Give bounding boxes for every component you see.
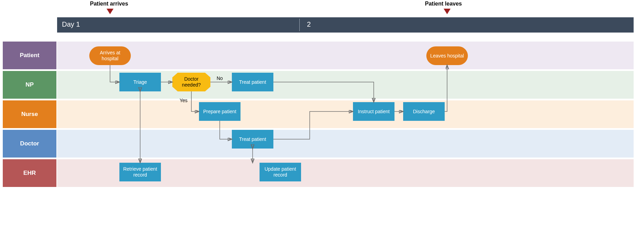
node-retrieve-patient-record[interactable]: Retrieve patient record (119, 163, 161, 181)
lane-label-doctor: Doctor (3, 130, 56, 158)
edge-label-yes: Yes (180, 98, 188, 103)
node-instruct-patient[interactable]: Instruct patient (353, 102, 394, 121)
timeline-segment-day1: Day 1 (57, 17, 85, 33)
timeline-marker-label-leaves: Patient leaves (425, 1, 462, 7)
timeline-bar: Day 1 2 (57, 17, 634, 33)
node-treat-patient-np[interactable]: Treat patient (232, 73, 273, 91)
lane-band-nurse (57, 100, 634, 128)
timeline-segment-day2: 2 (302, 17, 316, 33)
node-arrives-at-hospital[interactable]: Arrives at hospital (89, 46, 131, 65)
lane-label-nurse: Nurse (3, 100, 56, 128)
timeline-marker-label-arrives: Patient arrives (90, 1, 128, 7)
lane-band-doctor (57, 130, 634, 158)
timeline-marker-icon (444, 9, 451, 14)
lane-label-np: NP (3, 71, 56, 99)
timeline-marker-icon (107, 9, 114, 14)
edge-label-no: No (217, 75, 223, 81)
node-doctor-needed-decision[interactable]: Doctor needed? (172, 73, 210, 91)
lane-label-ehr: EHR (3, 159, 56, 187)
node-update-patient-record[interactable]: Update patient record (260, 163, 301, 181)
node-discharge[interactable]: Discharge (403, 102, 445, 121)
node-prepare-patient[interactable]: Prepare patient (199, 102, 241, 121)
node-triage[interactable]: Triage (119, 73, 161, 91)
node-treat-patient-doctor[interactable]: Treat patient (232, 130, 273, 149)
timeline-day-divider (299, 19, 300, 31)
lane-label-patient: Patient (3, 42, 56, 69)
lane-band-patient (57, 42, 634, 69)
node-leaves-hospital[interactable]: Leaves hospital (426, 46, 468, 65)
